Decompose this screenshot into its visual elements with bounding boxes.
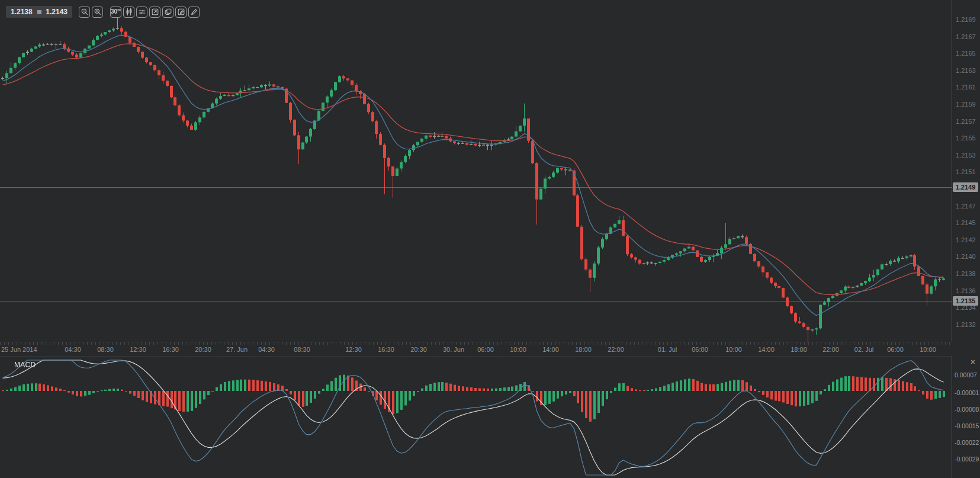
time-axis-label: 14:00	[542, 346, 559, 353]
zoom-out-button[interactable]	[79, 7, 90, 18]
time-axis-label: 18:00	[575, 346, 592, 353]
macd-chart-canvas[interactable]	[0, 357, 952, 478]
price-axis-label: 1.2140	[956, 253, 976, 260]
time-axis-label: 04:30	[258, 346, 275, 353]
time-axis-label: 22:00	[608, 346, 624, 353]
indicators-button[interactable]	[136, 7, 147, 18]
macd-axis[interactable]: × 0.00007-0.00001-0.00008-0.00015-0.0002…	[952, 356, 980, 478]
time-axis-label: 16:30	[378, 346, 394, 353]
edit-button[interactable]	[175, 7, 187, 18]
toolbar-buttons: 30m	[79, 7, 200, 18]
expand-icon	[151, 8, 159, 16]
time-axis-label: 20:30	[195, 346, 211, 353]
price-axis-label: 1.2132	[956, 321, 976, 328]
time-axis-label: 02. Jul	[854, 346, 873, 353]
price-axis[interactable]: 1.21691.21671.21651.21631.21611.21591.21…	[952, 0, 980, 342]
price-chart-canvas[interactable]	[0, 0, 952, 342]
time-axis-label: 10:00	[920, 346, 936, 353]
price-axis-label: 1.2155	[956, 134, 976, 142]
price-axis-label: 1.2147	[956, 203, 976, 210]
edit-icon	[177, 8, 185, 16]
price-axis-label: 1.2136	[956, 287, 976, 294]
zoom-in-icon	[94, 8, 102, 16]
price-axis-label: 1.2142	[956, 236, 976, 243]
price-axis-label: 1.2153	[956, 152, 976, 159]
expand-button[interactable]	[149, 7, 160, 18]
pencil-icon	[190, 8, 198, 16]
time-axis-label: 08:30	[294, 346, 310, 353]
zoom-out-icon	[81, 8, 89, 16]
time-axis-label: 10:00	[510, 346, 526, 353]
time-axis-label: 18:00	[791, 346, 807, 353]
price-axis-label: 1.2145	[956, 219, 976, 226]
copy-icon	[164, 8, 172, 16]
time-axis-label: 14:00	[758, 346, 775, 353]
time-axis[interactable]: 25 Jun 201404:3008:3012:3016:3020:3027. …	[0, 342, 952, 356]
macd-axis-label: -0.00008	[955, 406, 979, 413]
price-axis-label: 1.2163	[956, 67, 976, 74]
price-axis-label: 1.2169	[956, 16, 976, 23]
sliders-icon	[138, 8, 146, 16]
timeframe-button[interactable]: 30m	[110, 7, 121, 18]
macd-axis-label: 0.00007	[955, 371, 977, 378]
time-axis-ticks	[0, 342, 952, 345]
price-line-badge: 1.2149	[953, 182, 978, 192]
macd-indicator-label: MACD	[14, 361, 36, 369]
quote-box: 1.2138 1.2143	[6, 6, 72, 18]
ask-price[interactable]: 1.2143	[46, 8, 68, 16]
macd-panel: MACD	[0, 356, 952, 478]
macd-axis-label: -0.00029	[955, 455, 979, 463]
time-axis-label: 30. Jun	[443, 346, 464, 353]
price-axis-label: 1.2138	[956, 270, 976, 277]
spread-indicator-icon	[37, 10, 41, 14]
price-axis-label: 1.2151	[956, 168, 976, 175]
time-axis-label: 20:30	[410, 346, 427, 353]
time-axis-label: 10:00	[725, 346, 742, 353]
duplicate-button[interactable]	[162, 7, 173, 18]
price-axis-label: 1.2161	[956, 84, 976, 91]
trading-chart-window: 1.21691.21671.21651.21631.21611.21591.21…	[0, 0, 980, 478]
draw-button[interactable]	[188, 7, 200, 18]
price-axis-label: 1.2157	[956, 118, 976, 125]
time-axis-label: 22:00	[822, 346, 839, 353]
chart-toolbar: 1.2138 1.2143 30m	[6, 6, 200, 18]
bid-price[interactable]: 1.2138	[11, 8, 33, 16]
time-axis-label: 27. Jun	[226, 346, 248, 353]
macd-close-button[interactable]: ×	[971, 357, 975, 367]
time-axis-label: 12:30	[345, 346, 362, 353]
time-axis-label: 01. Jul	[658, 346, 677, 353]
time-axis-label: 06:00	[477, 346, 494, 353]
macd-axis-label: -0.00001	[955, 389, 979, 396]
macd-axis-label: -0.00015	[955, 422, 979, 429]
price-line-badge: 1.2135	[953, 296, 978, 306]
price-axis-label: 1.2165	[956, 50, 976, 57]
time-axis-label: 25 Jun 2014	[1, 346, 37, 353]
chart-type-button[interactable]	[123, 7, 134, 18]
time-axis-label: 16:30	[162, 346, 179, 353]
zoom-in-button[interactable]	[92, 7, 103, 18]
time-axis-label: 06:00	[692, 346, 708, 353]
time-axis-label: 12:30	[130, 346, 146, 353]
time-axis-label: 08:30	[97, 346, 114, 353]
price-axis-label: 1.2159	[956, 101, 976, 108]
timeframe-label: 30m	[111, 8, 121, 15]
candlestick-icon	[125, 8, 133, 16]
price-axis-label: 1.2167	[956, 33, 976, 40]
time-axis-label: 04:30	[65, 346, 81, 353]
time-axis-label: 06:00	[887, 346, 904, 353]
macd-axis-label: -0.00022	[955, 439, 979, 446]
